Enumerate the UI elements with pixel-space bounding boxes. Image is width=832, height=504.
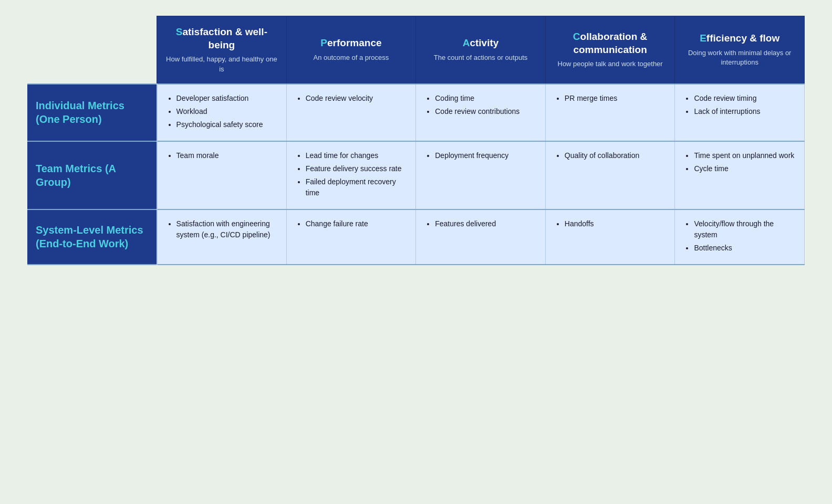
list-item: Velocity/flow through the system (694, 218, 795, 240)
list-item: Developer satisfaction (176, 93, 277, 104)
list-row2-col0: Satisfaction with engineering system (e.… (167, 218, 277, 240)
list-row1-col2: Deployment frequency (425, 150, 536, 161)
data-cell-row2-col1: Change failure rate (286, 209, 416, 265)
list-row0-col2: Coding timeCode review contributions (425, 93, 536, 117)
header-efficiency-subtitle: Doing work with minimal delays or interr… (683, 48, 796, 67)
data-cell-row2-col4: Velocity/flow through the systemBottlene… (675, 209, 805, 265)
data-cell-row1-col3: Quality of collaboration (545, 141, 675, 209)
list-row1-col3: Quality of collaboration (555, 150, 665, 161)
list-item: Lead time for changes (306, 150, 407, 161)
header-performance: Performance An outcome of a process (286, 16, 416, 84)
list-item: Coding time (435, 93, 536, 104)
header-activity-subtitle: The count of actions or outputs (424, 53, 537, 62)
data-cell-row1-col0: Team morale (157, 141, 287, 209)
header-performance-title: Performance (295, 37, 408, 50)
list-item: Time spent on unplanned work (694, 150, 795, 161)
list-item: Features delivered (435, 218, 536, 229)
list-item: Cycle time (694, 163, 795, 174)
header-satisfaction: Satisfaction & well-being How fulfilled,… (157, 16, 287, 84)
list-item: Satisfaction with engineering system (e.… (176, 218, 277, 240)
list-row1-col0: Team morale (167, 150, 277, 161)
data-cell-row2-col0: Satisfaction with engineering system (e.… (157, 209, 287, 265)
list-row2-col1: Change failure rate (296, 218, 407, 229)
list-row0-col3: PR merge times (555, 93, 665, 104)
list-item: Workload (176, 106, 277, 117)
list-item: Handoffs (565, 218, 665, 229)
list-row1-col4: Time spent on unplanned workCycle time (684, 150, 795, 174)
data-cell-row0-col2: Coding timeCode review contributions (416, 84, 546, 141)
list-item: Code review timing (694, 93, 795, 104)
data-cell-row1-col1: Lead time for changesFeature delivery su… (286, 141, 416, 209)
header-activity: Activity The count of actions or outputs (416, 16, 546, 84)
list-item: Change failure rate (306, 218, 407, 229)
header-satisfaction-title: Satisfaction & well-being (165, 26, 278, 51)
list-item: Feature delivery success rate (306, 163, 407, 174)
data-cell-row1-col4: Time spent on unplanned workCycle time (675, 141, 805, 209)
list-item: Quality of collaboration (565, 150, 665, 161)
list-row2-col3: Handoffs (555, 218, 665, 229)
data-cell-row0-col3: PR merge times (545, 84, 675, 141)
row-header-1: Team Metrics (A Group) (27, 141, 157, 209)
data-cell-row2-col2: Features delivered (416, 209, 546, 265)
header-performance-subtitle: An outcome of a process (295, 53, 408, 62)
metrics-table: Satisfaction & well-being How fulfilled,… (27, 16, 805, 265)
list-item: PR merge times (565, 93, 665, 104)
data-cell-row0-col0: Developer satisfactionWorkloadPsychologi… (157, 84, 287, 141)
header-collaboration-subtitle: How people talk and work together (554, 59, 667, 69)
data-cell-row0-col4: Code review timingLack of interruptions (675, 84, 805, 141)
list-item: Bottlenecks (694, 243, 795, 254)
header-efficiency-title: Efficiency & flow (683, 32, 796, 45)
row-header-0: Individual Metrics (One Person) (27, 84, 157, 141)
metrics-table-container: Satisfaction & well-being How fulfilled,… (27, 16, 805, 265)
list-row0-col0: Developer satisfactionWorkloadPsychologi… (167, 93, 277, 130)
corner-cell (27, 16, 157, 84)
header-efficiency: Efficiency & flow Doing work with minima… (675, 16, 805, 84)
list-row0-col1: Code review velocity (296, 93, 407, 104)
row-header-2: System-Level Metrics (End-to-End Work) (27, 209, 157, 265)
list-item: Team morale (176, 150, 277, 161)
header-satisfaction-subtitle: How fulfilled, happy, and healthy one is (165, 55, 278, 74)
list-row0-col4: Code review timingLack of interruptions (684, 93, 795, 117)
header-activity-title: Activity (424, 37, 537, 50)
list-row1-col1: Lead time for changesFeature delivery su… (296, 150, 407, 198)
list-item: Psychological safety score (176, 119, 277, 130)
list-item: Lack of interruptions (694, 106, 795, 117)
data-cell-row0-col1: Code review velocity (286, 84, 416, 141)
header-collaboration-title: Collaboration & communication (554, 30, 667, 56)
list-item: Code review velocity (306, 93, 407, 104)
data-cell-row2-col3: Handoffs (545, 209, 675, 265)
list-item: Deployment frequency (435, 150, 536, 161)
list-item: Failed deployment recovery time (306, 176, 407, 198)
list-item: Code review contributions (435, 106, 536, 117)
header-collaboration: Collaboration & communication How people… (545, 16, 675, 84)
list-row2-col2: Features delivered (425, 218, 536, 229)
data-cell-row1-col2: Deployment frequency (416, 141, 546, 209)
list-row2-col4: Velocity/flow through the systemBottlene… (684, 218, 795, 254)
